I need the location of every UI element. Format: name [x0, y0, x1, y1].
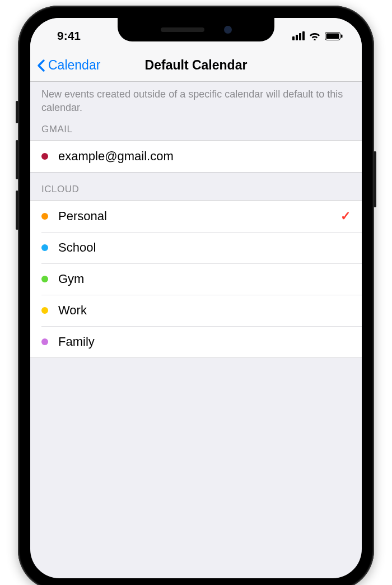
calendar-row-family[interactable]: Family	[30, 326, 362, 357]
section-header-icloud: ICLOUD	[30, 173, 362, 200]
status-time: 9:41	[48, 25, 81, 43]
notch	[118, 18, 274, 41]
front-camera	[224, 26, 232, 34]
power-button	[374, 151, 376, 207]
color-dot-icon	[41, 244, 48, 251]
content-area: New events created outside of a specific…	[30, 82, 362, 358]
color-dot-icon	[41, 213, 48, 220]
calendar-row-work[interactable]: Work	[30, 295, 362, 326]
phone-frame: 9:41 Calendar Default Calendar	[18, 6, 374, 585]
cellular-signal-icon	[292, 31, 305, 40]
calendar-row-personal[interactable]: Personal ✓	[30, 201, 362, 232]
svg-rect-2	[341, 34, 343, 38]
section-description: New events created outside of a specific…	[30, 82, 362, 123]
svg-rect-1	[326, 33, 339, 39]
checkmark-icon: ✓	[340, 209, 351, 224]
calendar-row-label: Gym	[58, 272, 351, 286]
screen: 9:41 Calendar Default Calendar	[30, 18, 362, 578]
color-dot-icon	[41, 153, 48, 160]
calendar-row-school[interactable]: School	[30, 232, 362, 263]
speaker-grille	[161, 27, 204, 32]
calendar-row-label: Personal	[58, 209, 340, 224]
list-group-icloud: Personal ✓ School Gym Work Family	[30, 200, 362, 358]
chevron-left-icon	[37, 59, 46, 72]
wifi-icon	[309, 31, 321, 40]
calendar-row-gmail-example[interactable]: example@gmail.com	[30, 141, 362, 172]
calendar-row-label: Family	[58, 335, 351, 349]
mute-switch	[16, 101, 18, 123]
color-dot-icon	[41, 307, 48, 314]
page-title: Default Calendar	[145, 58, 248, 73]
calendar-row-label: example@gmail.com	[58, 149, 351, 164]
color-dot-icon	[41, 338, 48, 345]
volume-down-button	[16, 191, 18, 230]
color-dot-icon	[41, 276, 48, 282]
calendar-row-gym[interactable]: Gym	[30, 263, 362, 295]
battery-icon	[325, 32, 343, 40]
back-button[interactable]: Calendar	[37, 58, 100, 73]
navigation-bar: Calendar Default Calendar	[30, 49, 362, 82]
back-button-label: Calendar	[48, 58, 100, 73]
calendar-row-label: School	[58, 240, 351, 255]
calendar-row-label: Work	[58, 303, 351, 318]
list-group-gmail: example@gmail.com	[30, 140, 362, 173]
section-header-gmail: GMAIL	[30, 123, 362, 140]
volume-up-button	[16, 140, 18, 179]
status-indicators	[292, 27, 344, 40]
